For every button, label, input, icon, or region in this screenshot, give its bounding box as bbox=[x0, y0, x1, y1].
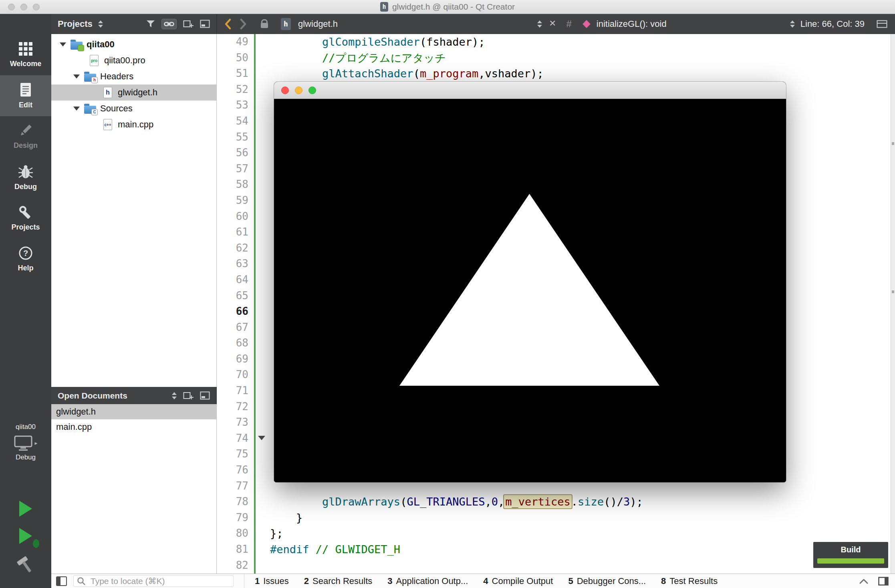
line-number-52[interactable]: 52 bbox=[217, 82, 254, 98]
hash-symbol-icon[interactable]: # bbox=[566, 18, 571, 30]
open-document-item[interactable]: main.cpp bbox=[51, 419, 216, 435]
line-number-75[interactable]: 75 bbox=[217, 446, 254, 462]
run-button[interactable] bbox=[19, 501, 32, 517]
gl-window-titlebar[interactable] bbox=[274, 82, 786, 99]
output-pane-test-results[interactable]: 8Test Results bbox=[661, 576, 718, 586]
code-line-80[interactable]: }; bbox=[270, 526, 891, 542]
line-number-53[interactable]: 53 bbox=[217, 97, 254, 113]
line-number-65[interactable]: 65 bbox=[217, 288, 254, 304]
output-pane-compile-output[interactable]: 4Compile Output bbox=[483, 576, 553, 586]
line-number-76[interactable]: 76 bbox=[217, 462, 254, 478]
line-number-58[interactable]: 58 bbox=[217, 177, 254, 193]
line-number-78[interactable]: 78 bbox=[217, 494, 254, 510]
line-number-56[interactable]: 56 bbox=[217, 145, 254, 161]
mode-design[interactable]: Design bbox=[0, 116, 51, 157]
kit-expand-arrow-icon[interactable]: ▸ bbox=[34, 440, 37, 446]
tree-item-sources[interactable]: C Sources bbox=[51, 101, 216, 117]
collapse-arrow-icon[interactable] bbox=[56, 42, 70, 46]
line-number-73[interactable]: 73 bbox=[217, 415, 254, 431]
expand-output-chevron-icon[interactable] bbox=[859, 578, 869, 584]
gl-minimize-button[interactable] bbox=[295, 87, 302, 94]
mode-projects[interactable]: Projects bbox=[0, 198, 51, 239]
split-editor-icon[interactable] bbox=[877, 19, 888, 29]
linecol-combo-arrows-icon[interactable] bbox=[790, 20, 795, 28]
line-number-62[interactable]: 62 bbox=[217, 240, 254, 256]
output-pane-debugger-cons[interactable]: 5Debugger Cons... bbox=[568, 576, 646, 586]
code-line-49[interactable]: glCompileShader(fshader); bbox=[270, 34, 891, 50]
line-number-49[interactable]: 49 bbox=[217, 34, 254, 50]
code-line-82[interactable] bbox=[270, 558, 891, 574]
link-with-editor-icon[interactable] bbox=[161, 19, 177, 29]
line-number-77[interactable]: 77 bbox=[217, 478, 254, 494]
split-pane-icon[interactable] bbox=[183, 391, 194, 401]
line-number-gutter[interactable]: 4950515253545556575859606162636465666768… bbox=[217, 34, 254, 574]
line-number-51[interactable]: 51 bbox=[217, 66, 254, 82]
editor-scrollbar[interactable] bbox=[891, 34, 895, 574]
output-pane-issues[interactable]: 1Issues bbox=[255, 576, 289, 586]
line-number-50[interactable]: 50 bbox=[217, 50, 254, 66]
toggle-sidebar-icon[interactable] bbox=[56, 576, 67, 586]
symbol-selector[interactable]: initializeGL(): void bbox=[597, 19, 667, 29]
mode-edit[interactable]: Edit bbox=[0, 75, 51, 116]
line-number-72[interactable]: 72 bbox=[217, 399, 254, 415]
document-selector[interactable]: glwidget.h bbox=[298, 19, 338, 29]
line-number-63[interactable]: 63 bbox=[217, 256, 254, 272]
code-line-79[interactable]: } bbox=[270, 510, 891, 526]
line-number-71[interactable]: 71 bbox=[217, 383, 254, 399]
line-number-54[interactable]: 54 bbox=[217, 113, 254, 129]
line-number-79[interactable]: 79 bbox=[217, 510, 254, 526]
build-hammer-button[interactable] bbox=[17, 555, 34, 575]
debug-run-button[interactable] bbox=[19, 528, 32, 544]
line-number-70[interactable]: 70 bbox=[217, 367, 254, 383]
locator-input[interactable] bbox=[90, 576, 224, 586]
line-number-59[interactable]: 59 bbox=[217, 193, 254, 209]
line-number-55[interactable]: 55 bbox=[217, 129, 254, 145]
tree-item-main-cpp[interactable]: c++ main.cpp bbox=[51, 117, 216, 133]
split-pane-icon[interactable] bbox=[183, 19, 194, 29]
toggle-right-sidebar-icon[interactable] bbox=[878, 577, 889, 586]
close-pane-icon[interactable] bbox=[200, 20, 210, 28]
mode-help[interactable]: ? Help bbox=[0, 239, 51, 280]
close-document-button[interactable]: × bbox=[549, 18, 556, 29]
pane-combo-arrows-icon[interactable] bbox=[98, 20, 103, 28]
tree-item-qiita00-pro[interactable]: pro qiita00.pro bbox=[51, 52, 216, 68]
forward-button[interactable] bbox=[239, 18, 247, 30]
minimize-button[interactable] bbox=[20, 4, 27, 10]
pane-combo-arrows-icon[interactable] bbox=[172, 392, 177, 399]
line-number-66[interactable]: 66 bbox=[217, 304, 254, 320]
line-number-80[interactable]: 80 bbox=[217, 526, 254, 542]
output-pane-application-outp[interactable]: 3Application Outp... bbox=[387, 576, 468, 586]
filter-icon[interactable] bbox=[146, 20, 155, 28]
gl-zoom-button[interactable] bbox=[308, 87, 316, 94]
collapse-arrow-icon[interactable] bbox=[70, 75, 83, 79]
document-combo-arrows-icon[interactable] bbox=[537, 20, 542, 28]
line-number-64[interactable]: 64 bbox=[217, 272, 254, 288]
collapse-arrow-icon[interactable] bbox=[70, 107, 83, 111]
output-pane-search-results[interactable]: 2Search Results bbox=[304, 576, 372, 586]
open-document-item[interactable]: glwidget.h bbox=[51, 404, 216, 419]
opengl-output-window[interactable] bbox=[274, 82, 786, 482]
mode-debug[interactable]: Debug bbox=[0, 157, 51, 198]
close-button[interactable] bbox=[8, 4, 15, 10]
line-number-68[interactable]: 68 bbox=[217, 335, 254, 351]
tree-item-headers[interactable]: h Headers bbox=[51, 68, 216, 85]
line-number-82[interactable]: 82 bbox=[217, 558, 254, 574]
tree-item-glwidget-h[interactable]: h glwidget.h bbox=[51, 85, 216, 101]
line-number-74[interactable]: 74 bbox=[217, 431, 254, 447]
line-number-57[interactable]: 57 bbox=[217, 161, 254, 177]
code-line-50[interactable]: //プログラムにアタッチ bbox=[270, 50, 891, 66]
code-line-51[interactable]: glAttachShader(m_program,vshader); bbox=[270, 66, 891, 82]
line-number-61[interactable]: 61 bbox=[217, 224, 254, 240]
gl-close-button[interactable] bbox=[281, 87, 289, 94]
line-number-67[interactable]: 67 bbox=[217, 320, 254, 336]
mode-welcome[interactable]: Welcome bbox=[0, 34, 51, 75]
line-number-60[interactable]: 60 bbox=[217, 209, 254, 225]
code-line-78[interactable]: glDrawArrays(GL_TRIANGLES,0,m_vertices.s… bbox=[270, 494, 891, 510]
back-button[interactable] bbox=[224, 18, 232, 30]
zoom-button[interactable] bbox=[33, 4, 40, 10]
macos-titlebar[interactable]: h glwidget.h @ qiita00 - Qt Creator bbox=[0, 0, 895, 14]
locator-field[interactable] bbox=[73, 575, 234, 587]
line-number-81[interactable]: 81 bbox=[217, 542, 254, 558]
kit-selector[interactable]: qiita00 ▸ Debug bbox=[0, 423, 51, 461]
close-pane-icon[interactable] bbox=[200, 391, 210, 400]
